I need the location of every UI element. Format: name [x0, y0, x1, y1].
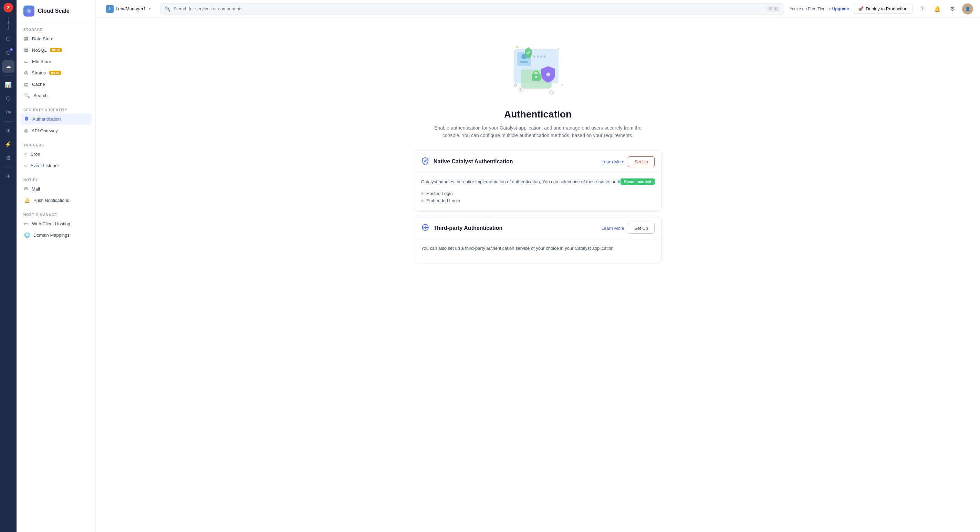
sidebar-item-cache[interactable]: ▤ Cache [21, 78, 91, 89]
svg-point-14 [514, 84, 517, 86]
auth-label: Authentication [32, 116, 60, 122]
triggers-label: Triggers [21, 143, 91, 147]
third-party-card-header: Third-party Authentication Learn More Se… [414, 217, 662, 239]
third-party-icon [421, 223, 430, 233]
svg-point-20 [422, 227, 423, 228]
zia-icon[interactable]: Zia [2, 106, 14, 118]
sidebar-item-stratus[interactable]: ◎ Stratus BETA [21, 67, 91, 78]
content-inner: ! Authentication Enable authentication f… [400, 18, 676, 282]
settings-icon-button[interactable]: ⚙ [947, 3, 958, 14]
api-gateway-label: API Gateway [32, 128, 58, 133]
ai-icon[interactable]: ⬡ + [2, 46, 14, 59]
auth-icon [24, 116, 29, 122]
search-bar[interactable]: 🔍 ⌘+K [160, 3, 784, 14]
sidebar-item-event-listener[interactable]: ○ Event Listener [21, 160, 91, 171]
push-notifications-label: Push Notifications [33, 198, 69, 203]
sidebar-item-domain-mappings[interactable]: 🌐 Domain Mappings [21, 229, 91, 241]
third-party-learn-more-link[interactable]: Learn More [601, 226, 624, 231]
web-hosting-label: Web Client Hosting [32, 221, 70, 226]
third-party-setup-button[interactable]: Set Up [628, 223, 655, 234]
sidebar-item-data-store[interactable]: ▦ Data Store [21, 33, 91, 44]
svg-point-7 [544, 56, 546, 57]
deploy-icon: 🚀 [858, 6, 864, 11]
event-icon: ○ [24, 162, 27, 168]
svg-point-13 [558, 48, 559, 49]
settings2-icon[interactable]: ⚙ [2, 152, 14, 164]
file-store-label: File Store [32, 59, 51, 64]
native-auth-card-body: Recommended Catalyst handles the entire … [414, 173, 662, 211]
svg-rect-3 [520, 61, 528, 63]
triggers-section: Triggers ○ Cron ○ Event Listener [16, 138, 95, 173]
third-party-auth-card: Third-party Authentication Learn More Se… [414, 217, 662, 264]
bullet-embedded-login: Embedded Login [421, 197, 655, 204]
scale-icon[interactable]: ☁ [2, 60, 14, 73]
nosql-icon: ▦ [24, 47, 29, 53]
nosql-badge: BETA [50, 48, 62, 52]
grid2-icon[interactable]: ⊞ [2, 170, 14, 183]
api-gateway-icon: ◎ [24, 128, 28, 133]
app-initial-icon: L [106, 5, 114, 13]
help-icon-button[interactable]: ? [916, 3, 928, 14]
app-initial: L [109, 7, 111, 11]
third-party-card-actions: Learn More Set Up [601, 223, 655, 234]
notify-label: Notify [21, 178, 91, 182]
native-learn-more-link[interactable]: Learn More [601, 159, 624, 164]
mail-label: Mail [32, 186, 40, 191]
stratus-label: Stratus [32, 70, 46, 75]
user-avatar[interactable]: 👤 [962, 3, 973, 14]
sidebar-item-push-notifications[interactable]: 🔔 Push Notifications [21, 195, 91, 206]
native-body-text: Catalyst handles the entire implementati… [421, 178, 655, 186]
native-auth-title-area: Native Catalyst Authentication [421, 157, 513, 167]
sidebar-item-api-gateway[interactable]: ◎ API Gateway [21, 125, 91, 136]
sidebar-item-search[interactable]: 🔍 Search [21, 90, 91, 101]
upgrade-button[interactable]: + Upgrade [829, 6, 849, 11]
third-party-card-body: You can also set up a third-party authen… [414, 239, 662, 263]
functions-icon[interactable]: ⬡ [2, 33, 14, 45]
sidebar-item-cron[interactable]: ○ Cron [21, 148, 91, 159]
svg-point-10 [535, 76, 537, 78]
storage-label: Storage [21, 28, 91, 32]
svg-point-4 [533, 56, 535, 57]
security-label: Security & Identity [21, 108, 91, 112]
native-auth-title: Native Catalyst Authentication [434, 159, 513, 165]
sidebar-item-file-store[interactable]: ▭ File Store [21, 56, 91, 67]
app-selector[interactable]: L LeadManager1 ▼ [103, 3, 154, 15]
search-shortcut: ⌘+K [767, 6, 780, 12]
host-label: Host & Manage [21, 213, 91, 217]
sidebar-item-mail[interactable]: ✉ Mail [21, 183, 91, 194]
api-icon[interactable]: ⚡ [2, 138, 14, 151]
sidebar-title: Cloud Scale [38, 8, 70, 14]
rail-logo: Z [3, 3, 13, 13]
search-label: Search [33, 93, 48, 98]
sidebar-item-authentication[interactable]: Authentication [21, 113, 91, 125]
sidebar-item-nosql[interactable]: ▦ NoSQL BETA [21, 45, 91, 56]
icon-rail: Z Services ⬡ ⬡ + ☁ 📊 ⬡ Zia ⊞ ⚡ ⚙ ⊞ [0, 0, 16, 532]
native-bullet-list: Hosted Login Embedded Login [421, 190, 655, 204]
sidebar: Cloud Scale Storage ▦ Data Store ▦ NoSQL… [16, 0, 96, 532]
svg-marker-18 [550, 90, 554, 94]
data-store-label: Data Store [32, 36, 53, 41]
sidebar-header: Cloud Scale [16, 0, 95, 22]
auth-illustration: ! [503, 32, 572, 100]
rail-divider-2 [3, 121, 13, 122]
svg-point-5 [537, 56, 539, 57]
nosql-label: NoSQL [32, 48, 47, 53]
connections-icon[interactable]: ⬡ [2, 92, 14, 105]
stratus-badge: BETA [49, 71, 61, 75]
deploy-button[interactable]: 🚀 Deploy to Production [853, 4, 913, 14]
native-card-actions: Learn More Set Up [601, 156, 655, 167]
search-input[interactable] [173, 6, 764, 11]
native-setup-button[interactable]: Set Up [628, 156, 655, 167]
svg-point-12 [516, 46, 518, 48]
app-name: LeadManager1 [116, 6, 146, 11]
upgrade-label: + Upgrade [829, 6, 849, 11]
storage-section: Storage ▦ Data Store ▦ NoSQL BETA ▭ File… [16, 22, 95, 103]
sidebar-item-web-hosting[interactable]: ▭ Web Client Hosting [21, 218, 91, 229]
notifications-icon-button[interactable]: 🔔 [932, 3, 943, 14]
sidebar-logo-icon [24, 5, 35, 16]
cron-label: Cron [30, 151, 40, 157]
third-party-title-area: Third-party Authentication [421, 223, 503, 233]
grid-icon[interactable]: ⊞ [2, 124, 14, 137]
search-icon: 🔍 [165, 6, 170, 12]
analytics-icon[interactable]: 📊 [2, 78, 14, 91]
